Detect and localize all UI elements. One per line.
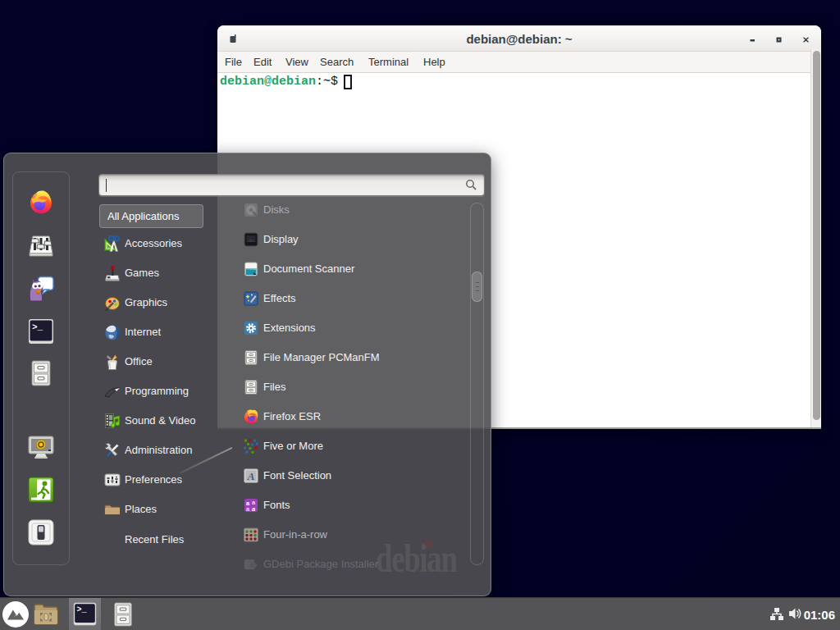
svg-text:A: A xyxy=(247,470,255,482)
svg-text:>_: >_ xyxy=(32,322,43,332)
svg-text:>_: >_ xyxy=(76,605,87,614)
svg-text:a: a xyxy=(252,505,255,513)
